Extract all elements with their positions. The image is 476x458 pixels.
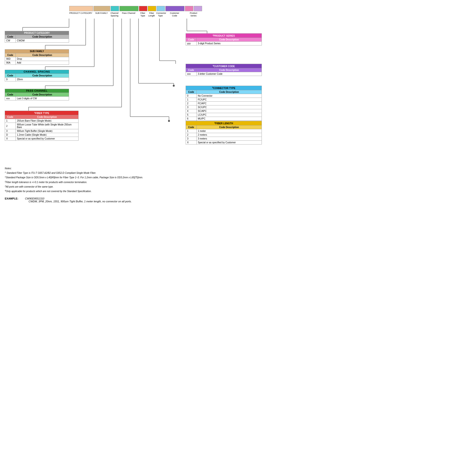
code-cell: 3 <box>186 105 196 109</box>
label-connector-type: ConnectorType <box>156 12 165 17</box>
table-row: 1 1 meter <box>186 129 262 133</box>
channel-spacing-col2: Code Description <box>16 74 69 78</box>
connector-type-title: 3CONNECTOR TYPE <box>186 86 262 90</box>
product-category-col1: Code <box>5 35 16 39</box>
customer-code-col2: Code Description <box>196 68 262 72</box>
fiber-length-table-wrapper: 2FIBER LENGTH Code Code Description 1 1 … <box>186 121 262 144</box>
label-sub-family: SUB FAMILY <box>93 12 110 17</box>
code-cell: 2 <box>186 133 196 137</box>
example-section: EXAMPLE: CW90D9551310 CWDM, 3PM, 20nm, 1… <box>5 197 190 203</box>
product-category-table: PRODUCT CATEGORY Code Code Description C… <box>5 31 69 42</box>
code-box-labels-row: PRODUCT CATEGORY SUB FAMILY ChannelSpaci… <box>5 12 262 17</box>
table-row: 90D Drop <box>5 57 69 61</box>
label-fiber-type: FiberType <box>139 12 147 17</box>
table-row: yyy 3-digit Product Series <box>186 42 262 45</box>
notes-title: Notes: <box>5 167 190 170</box>
desc-cell: Special or as specified by Customer <box>196 141 262 144</box>
label-channel-spacing: ChannelSpacing <box>110 12 119 17</box>
code-cell: 5 <box>186 113 196 117</box>
desc-cell: 20nm <box>16 78 69 81</box>
table-row: 1 FC/UPC <box>186 98 262 102</box>
example-label: EXAMPLE: <box>5 197 18 200</box>
desc-cell: SC/UPC <box>196 105 262 109</box>
product-category-table-wrapper: PRODUCT CATEGORY Code Code Description C… <box>5 31 69 42</box>
code-cell: 6 <box>186 117 196 121</box>
customer-code-title: 4CUSTOMER CODE <box>186 64 262 68</box>
table-row: 3 900um Tight Buffer (Single Mode) <box>5 129 78 133</box>
notes-and-example: Notes: 1 Standard Fiber Type is ITU-T G6… <box>5 164 190 203</box>
fiber-length-title: 2FIBER LENGTH <box>186 121 262 126</box>
label-fiber-length: FiberLength <box>148 12 156 17</box>
desc-cell: 1 meter <box>196 129 262 133</box>
code-cell: 1 <box>5 119 16 123</box>
code-cell: 0 <box>186 94 196 98</box>
box-product-series-1 <box>185 6 193 11</box>
example-description: CWDM, 3PM, 20nm, 1551, 900um Tight Buffe… <box>29 200 190 203</box>
product-category-title: PRODUCT CATEGORY <box>5 31 69 35</box>
table-row: X Special or as specified by Customer <box>5 137 78 141</box>
product-series-col2: Code Description <box>196 38 262 42</box>
box-connector-type <box>157 6 165 11</box>
customer-code-table-wrapper: 4CUSTOMER CODE Code Code Description xxx… <box>186 64 262 76</box>
product-series-table: 4PRODUCT SERIES Code Code Description yy… <box>186 33 262 45</box>
fiber-length-col1: Code <box>186 126 196 129</box>
example-row-1: EXAMPLE: CW90D9551310 <box>5 197 190 200</box>
table-row: 2 2 meters <box>186 133 262 137</box>
box-customer-code <box>165 6 185 11</box>
code-cell: 90A <box>5 61 16 65</box>
pass-channel-title: PASS CHANNEL <box>5 89 69 93</box>
table-row: 5 LC/UPC <box>186 113 262 117</box>
page-wrapper: PRODUCT CATEGORY SUB FAMILY ChannelSpaci… <box>5 5 262 231</box>
connector-type-col1: Code <box>186 90 196 94</box>
box-product-series-2 <box>194 6 202 11</box>
table-row: CW CWDM <box>5 39 69 42</box>
box-fiber-length <box>148 6 156 11</box>
pass-channel-table: PASS CHANNEL Code Code Description xxx L… <box>5 89 69 101</box>
desc-cell: MU/PC <box>196 117 262 121</box>
desc-cell: 250um Bare Fiber (Single Mode) <box>16 119 78 123</box>
table-row: 90A Add <box>5 61 69 65</box>
pass-channel-table-wrapper: PASS CHANNEL Code Code Description xxx L… <box>5 89 69 101</box>
desc-cell: FC/APC <box>196 102 262 105</box>
table-row: 1 250um Bare Fiber (Single Mode) <box>5 119 78 123</box>
desc-cell: No Connector <box>196 94 262 98</box>
fiber-type-table: 1FIBER TYPE Code Code Description 1 250u… <box>5 111 78 141</box>
label-pass-channel: Pass Channel <box>119 12 138 17</box>
box-channel-spacing <box>111 6 119 11</box>
code-cell: 2 <box>186 102 196 105</box>
customer-code-table: 4CUSTOMER CODE Code Code Description xxx… <box>186 64 262 76</box>
table-row: X Special or as specified by Customer <box>186 141 262 144</box>
note-4: 4Only applicable for products which are … <box>5 189 190 193</box>
table-row: 2 FC/APC <box>186 102 262 105</box>
fiber-type-table-wrapper: 1FIBER TYPE Code Code Description 1 250u… <box>5 111 78 141</box>
code-cell: 1 <box>186 98 196 102</box>
pass-channel-col1: Code <box>5 93 16 97</box>
code-cell: 9 <box>5 78 16 81</box>
desc-cell: 3 meters <box>196 137 262 141</box>
desc-cell: 3-digit Product Series <box>196 42 262 45</box>
pass-channel-col2: Code Description <box>16 93 69 97</box>
desc-cell: 900um Loose Tube White (with Single Mode… <box>16 123 78 129</box>
product-series-title: 4PRODUCT SERIES <box>186 34 262 38</box>
fiber-length-table: 2FIBER LENGTH Code Code Description 1 1 … <box>186 121 262 144</box>
table-row: 3 SC/UPC <box>186 105 262 109</box>
desc-cell: Drop <box>16 57 69 61</box>
fiber-length-col2: Code Description <box>196 126 262 129</box>
code-cell: xxx <box>186 72 196 76</box>
box-product-category <box>69 6 93 11</box>
note-1b: 1Standard Package Size is OD5.5mm x L40[… <box>5 175 190 179</box>
connector-type-col2: Code Description <box>196 90 262 94</box>
code-cell: 90D <box>5 57 16 61</box>
sub-family-table-wrapper: SUB FAMILY Code Code Description 90D Dro… <box>5 49 69 65</box>
code-cell: 2 <box>5 123 16 129</box>
sub-family-col2: Code Description <box>16 53 69 57</box>
product-series-table-wrapper: 4PRODUCT SERIES Code Code Description yy… <box>186 33 262 45</box>
top-diagram: PRODUCT CATEGORY SUB FAMILY ChannelSpaci… <box>5 5 262 17</box>
svg-point-21 <box>173 85 175 87</box>
table-row: 9 20nm <box>5 78 69 81</box>
desc-cell: CWDM <box>16 39 69 42</box>
desc-cell: Add <box>16 61 69 65</box>
channel-spacing-table: CHANNEL SPACING Code Code Description 9 … <box>5 70 69 81</box>
note-3: 3All ports are with connector of the sam… <box>5 185 190 189</box>
table-row: D 1.2mm Cable (Single Mode) <box>5 133 78 137</box>
